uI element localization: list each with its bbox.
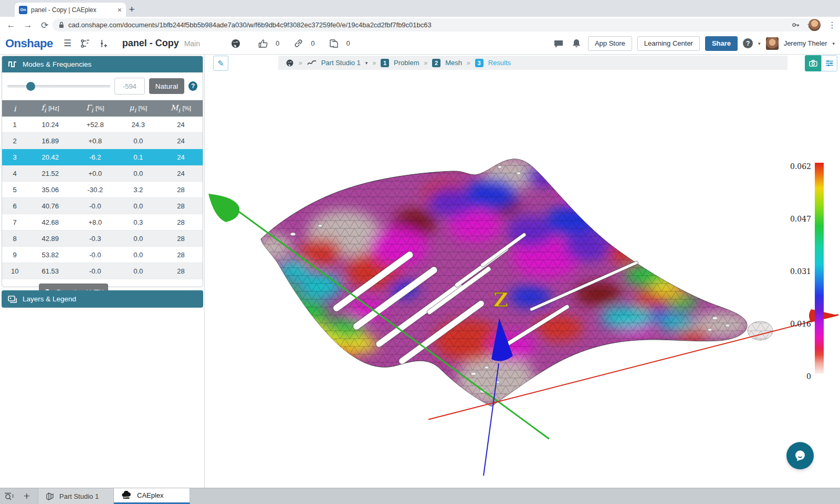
table-row-selected[interactable]: 320.42-6.20.124 [2,149,203,165]
link-icon[interactable] [292,37,304,50]
table-row[interactable]: 953.82-0.00.028 [2,247,203,263]
breadcrumb-mesh[interactable]: Mesh [445,59,462,67]
globe-icon[interactable] [229,37,242,50]
browser-tabstrip: On panel - Copy | CAEplex × + [0,0,840,17]
table-row[interactable]: 535.06-30.23.228 [2,182,203,198]
colorbar-tick: 0 [806,372,811,381]
table-row[interactable]: 842.89-0.30.028 [2,230,203,247]
onshape-header: Onshape ☰ panel - Copy Main 0 0 0 [0,33,840,55]
breadcrumb-problem[interactable]: Problem [394,59,419,67]
frequency-input[interactable] [114,78,145,94]
chrome-profile-avatar[interactable] [808,19,821,31]
view-settings-button[interactable] [821,55,837,71]
part-studio-icon [307,60,317,66]
create-version-icon[interactable] [97,37,110,50]
breadcrumb-separator: » [299,59,302,67]
reload-icon[interactable]: ⟳ [38,18,51,32]
edit-problem-button[interactable]: ✎ [213,56,228,71]
tab-close-icon[interactable]: × [118,6,122,14]
breadcrumb-results[interactable]: Results [488,59,511,67]
table-row[interactable]: 421.52+0.00.024 [2,165,203,182]
user-avatar[interactable] [766,37,779,50]
breadcrumb-separator: » [372,59,376,67]
document-title: panel - Copy [122,38,179,49]
browser-tab-title: panel - Copy | CAEplex [31,6,114,14]
view-buttons [805,55,837,71]
chat-widget-button[interactable] [786,442,814,469]
colorbar-tick: 0.047 [790,215,811,223]
versions-icon[interactable] [79,37,92,50]
add-tab-icon[interactable]: + [18,488,36,504]
tab-caeplex[interactable]: CAEPLEX CAEplex [114,488,190,504]
user-name: Jeremy Theler [784,39,827,47]
layers-panel-title: Layers & Legend [23,295,76,303]
address-bar[interactable]: cad.onshape.com/documents/1bfb244f5bb5b9… [52,18,819,32]
copy-count: 0 [346,39,350,47]
table-row[interactable]: 110.24+52.824.324 [2,117,203,133]
like-icon[interactable] [257,37,269,50]
user-caret-icon[interactable]: ▾ [832,41,835,46]
new-tab-button[interactable]: + [125,3,139,16]
globe-icon[interactable] [286,59,294,67]
onshape-logo[interactable]: Onshape [5,37,53,50]
link-count: 0 [311,39,314,47]
modes-panel: Modes & Frequencies Natural ? i fi [Hz] … [2,56,203,287]
part-studio-caret-icon[interactable]: ▾ [365,60,368,66]
modes-panel-header[interactable]: Modes & Frequencies [2,56,203,72]
tab-label: Part Studio 1 [59,492,99,500]
table-row[interactable]: 742.68+8.00.328 [2,214,203,230]
mode-slider-knob[interactable] [26,82,35,91]
part-studio-tab-icon [46,492,55,500]
browser-window: On panel - Copy | CAEplex × + ← → ⟳ cad.… [0,0,840,504]
camera-icon [809,60,817,67]
back-icon[interactable]: ← [4,18,18,32]
help-icon[interactable]: ? [743,38,753,48]
modes-table: i fi [Hz] Γi [%] μi [%] Mi [%] 110.24+52… [2,100,203,279]
chat-bubble-icon [793,449,807,463]
caeplex-logo-icon: CAEPLEX [121,491,133,500]
step-badge-problem: 1 [381,59,389,67]
browser-tab[interactable]: On panel - Copy | CAEplex × [15,3,126,17]
workspace-name[interactable]: Main [184,39,200,48]
z-axis-label: Z [494,288,508,311]
colorbar-tick: 0.031 [790,267,811,276]
learning-center-button[interactable]: Learning Center [637,36,700,51]
comments-icon[interactable] [552,37,565,50]
key-icon[interactable] [792,21,800,29]
search-tabs-icon[interactable] [0,488,18,504]
main-menu-icon[interactable]: ☰ [61,37,74,50]
layers-panel-header[interactable]: Layers & Legend [2,290,203,308]
help-circle-icon[interactable]: ? [188,81,197,91]
sliders-icon [825,60,834,67]
breadcrumb: » Part Studio 1 ▾ » 1 Problem » 2 Mesh »… [278,56,788,70]
colorbar-tick: 0.016 [790,320,811,328]
layers-image-icon [8,296,17,303]
screenshot-button[interactable] [805,55,821,71]
chrome-menu-icon[interactable]: ⋮ [827,18,837,32]
table-row[interactable]: 216.89+0.80.024 [2,133,203,149]
help-caret-icon[interactable]: ▾ [758,41,761,46]
forward-icon[interactable]: → [21,18,35,32]
share-button[interactable]: Share [705,36,738,51]
step-badge-results: 3 [475,59,484,67]
step-badge-mesh: 2 [432,59,440,67]
notifications-bell-icon[interactable] [570,37,583,50]
modes-panel-title: Modes & Frequencies [23,60,91,68]
table-row[interactable]: 640.76-0.00.028 [2,198,203,214]
breadcrumb-separator: » [467,59,470,67]
breadcrumb-part-studio[interactable]: Part Studio 1 [321,59,361,67]
url-text: cad.onshape.com/documents/1bfb244f5bb5b9… [68,21,432,29]
table-row[interactable]: 1061.53-0.00.028 [2,263,203,279]
viewport-3d[interactable]: Z 0.062 0.047 0.031 0.016 0 ✎ » Par [205,55,840,488]
mode-slider[interactable] [7,85,110,88]
svg-text:CAEPLEX: CAEPLEX [123,497,130,499]
app-store-button[interactable]: App Store [588,36,632,51]
modes-table-header: i fi [Hz] Γi [%] μi [%] Mi [%] [2,100,203,117]
lock-icon [59,22,64,28]
mode-slider-row: Natural ? [2,72,203,100]
natural-mode-button[interactable]: Natural [149,78,185,94]
browser-toolbar: ← → ⟳ cad.onshape.com/documents/1bfb244f… [0,17,840,33]
undeformed-ghost [748,321,773,340]
tab-part-studio[interactable]: Part Studio 1 [38,488,114,504]
copy-icon[interactable] [327,37,340,50]
